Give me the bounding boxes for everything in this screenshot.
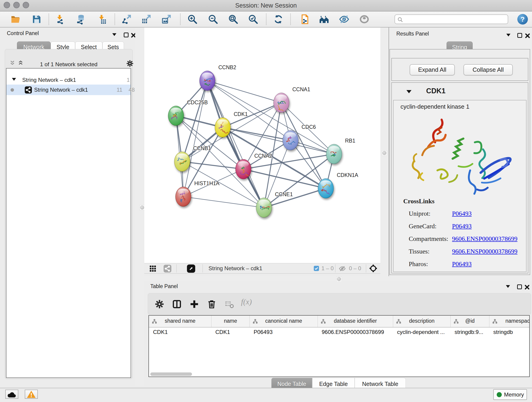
expand-all-button[interactable]: Expand All [410, 64, 455, 75]
edge-CCNB2-CCNA1 [207, 81, 281, 103]
split-columns-icon[interactable] [172, 299, 182, 309]
network-label: String Network – cdk1 [34, 87, 88, 93]
results-panel-title: Results Panel [396, 31, 429, 37]
protein-structure-image [400, 112, 517, 196]
panel-close-icon[interactable] [524, 284, 530, 290]
panel-float-icon[interactable] [124, 32, 128, 37]
crosslink-value-link[interactable]: P06493 [452, 210, 472, 217]
control-panel-title: Control Panel [7, 30, 39, 36]
network-status-dot-icon [11, 88, 14, 92]
grid-view-icon[interactable] [149, 265, 157, 272]
hide-selection-icon[interactable] [339, 14, 349, 25]
help-icon[interactable]: ? [517, 14, 528, 25]
crosslink-value-link[interactable]: 9606.ENSP00000378699 [452, 235, 517, 242]
column-header-description[interactable]: description [393, 316, 450, 327]
clear-table-icon[interactable] [224, 299, 234, 309]
panel-float-icon[interactable] [517, 284, 522, 289]
right-splitter[interactable] [380, 27, 389, 276]
node-RB1[interactable]: RB1 [326, 138, 355, 164]
export-table-icon[interactable] [141, 14, 152, 25]
hidden-eye-icon[interactable] [339, 265, 346, 272]
left-splitter[interactable] [135, 27, 144, 386]
crosslink-value-link[interactable]: P06493 [452, 223, 472, 230]
edge-HIST1H1A-CCNE1 [183, 197, 264, 208]
edge-CCNB1-CCNA2 [182, 162, 243, 169]
protein-section: CDK1 cyclin-dependent kinase 1 [391, 82, 528, 274]
memory-button[interactable]: Memory [493, 389, 527, 400]
node-label: CDKN1A [337, 172, 358, 178]
network-collection-row[interactable]: String Network – cdk1 1 [6, 75, 131, 85]
open-in-browser-icon[interactable] [319, 14, 329, 25]
panel-menu-icon[interactable] [506, 34, 510, 36]
zoom-in-icon[interactable] [187, 14, 198, 25]
bottom-splitter[interactable] [144, 276, 532, 281]
collection-expander-icon[interactable] [12, 78, 16, 81]
cloud-button[interactable] [5, 390, 18, 399]
add-column-icon[interactable] [189, 299, 199, 309]
table-panel: Table Panel f(x) shared namenamecanonica… [144, 281, 532, 388]
panel-menu-icon[interactable] [506, 285, 510, 288]
edge-CCNB2-HIST1H1A [183, 81, 207, 197]
apply-layout-icon[interactable] [273, 14, 284, 25]
panel-close-icon[interactable] [525, 33, 530, 38]
node-label: RB1 [345, 138, 355, 144]
network-options-gear-icon[interactable] [126, 59, 134, 68]
divider [335, 264, 336, 273]
node-label: CDC25B [187, 99, 208, 105]
panel-float-icon[interactable] [517, 33, 522, 38]
column-header--id[interactable]: @id [450, 316, 489, 327]
network-selection-status: 1 of 1 Network selected [5, 61, 133, 68]
toolbar-separator [114, 13, 115, 25]
section-collapse-icon[interactable] [406, 90, 412, 93]
zoom-fit-icon[interactable] [228, 14, 239, 25]
node-CDKN1A[interactable]: CDKN1A [318, 172, 358, 198]
right-splitter-handle[interactable] [382, 150, 387, 156]
table-settings-gear-icon[interactable] [154, 299, 164, 309]
import-network-database-icon[interactable] [75, 14, 86, 25]
birdseye-view-icon[interactable] [187, 264, 195, 273]
expand-collapse-box: Expand All Collapse All [391, 58, 528, 81]
toolbar-separator [290, 13, 291, 25]
share-network-icon[interactable] [164, 265, 171, 273]
network-canvas[interactable]: CCNB2CCNA1CDC25BCDK1CDC6RB1CCNB1CCNA2CDK… [144, 27, 380, 263]
network-view-toolbar: String Network – cdk1 1 – 0 0 – 0 [144, 263, 380, 274]
horizontal-scrollbar-thumb[interactable] [150, 372, 192, 376]
column-header-shared-name[interactable]: shared name [149, 316, 211, 327]
export-network-icon[interactable] [121, 14, 132, 25]
table-panel-title: Table Panel [150, 283, 178, 289]
column-header-name[interactable]: name [211, 316, 249, 327]
zoom-out-icon[interactable] [208, 14, 218, 25]
function-builder-icon[interactable]: f(x) [241, 298, 262, 307]
import-table-file-icon[interactable] [97, 14, 107, 25]
zoom-selected-icon[interactable] [248, 14, 259, 25]
current-network-name: String Network – cdk1 [209, 265, 262, 272]
import-network-file-icon[interactable] [55, 14, 65, 25]
collection-count: 1 [123, 77, 130, 83]
crosshair-icon[interactable] [369, 264, 378, 273]
warning-button[interactable] [25, 390, 38, 399]
export-image-icon[interactable] [161, 14, 172, 25]
crosslink-value-link[interactable]: 9606.ENSP00000378699 [452, 248, 517, 255]
column-header-database-identifier[interactable]: database identifier [317, 316, 393, 327]
search-box [394, 14, 508, 24]
crosslink-value-link[interactable]: P06493 [452, 260, 472, 268]
bottom-splitter-handle[interactable] [336, 276, 342, 282]
search-input[interactable] [405, 15, 507, 24]
delete-column-icon[interactable] [206, 299, 216, 309]
node-table: shared namenamecanonical namedatabase id… [148, 315, 530, 377]
divider [203, 264, 203, 273]
node-CCNA1[interactable]: CCNA1 [273, 86, 310, 113]
network-row[interactable]: String Network – cdk1 11 48 [6, 85, 131, 95]
memory-status-dot-icon [497, 392, 502, 397]
panel-menu-icon[interactable] [112, 33, 116, 36]
column-header-canonical-name[interactable]: canonical name [249, 316, 317, 327]
selected-checkbox-icon[interactable] [313, 265, 319, 271]
open-session-icon[interactable] [10, 14, 21, 25]
node-label: CDK1 [234, 111, 248, 117]
collapse-all-button[interactable]: Collapse All [463, 64, 513, 75]
search-icon [397, 17, 403, 23]
column-header-namespace[interactable]: namespace [489, 316, 530, 327]
network-from-clipboard-icon[interactable] [299, 14, 310, 25]
show-all-icon[interactable] [359, 14, 370, 25]
save-session-icon[interactable] [32, 14, 42, 25]
